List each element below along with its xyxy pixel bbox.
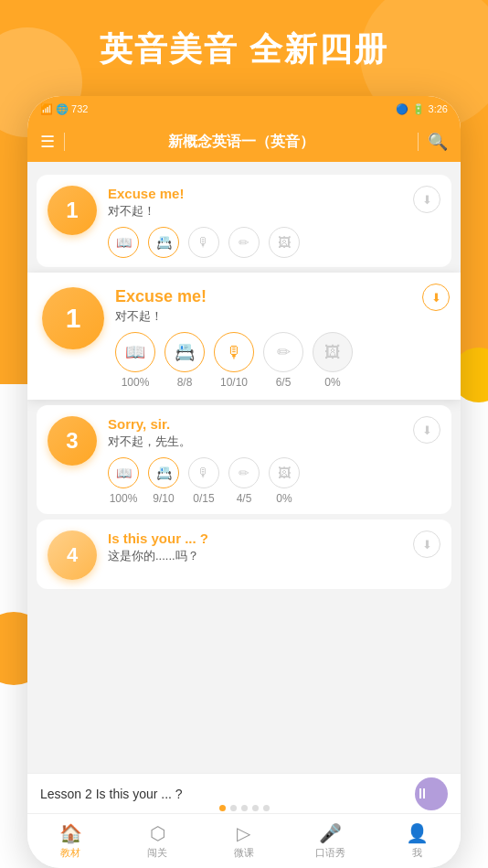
mic-icon-1[interactable]: 🎙	[188, 227, 219, 258]
stat-cards[interactable]: 📇 8/8	[164, 332, 205, 389]
mic-icon-expanded[interactable]: 🎙	[214, 332, 254, 372]
lesson-number-3: 3	[48, 416, 97, 466]
dots-indicator	[0, 805, 488, 811]
header-text: 英音美音 全新四册	[0, 27, 488, 72]
stat-read-val: 100%	[122, 376, 150, 389]
tab-item-challenge[interactable]: ⬡ 闯关	[114, 822, 201, 860]
lesson-title-zh-3: 对不起，先生。	[108, 434, 440, 450]
stats-row-3: 📖 100% 📇 9/10 🎙 0/15 ✏ 4/5	[108, 457, 440, 505]
stat-write-3[interactable]: ✏ 4/5	[228, 457, 260, 505]
me-icon: 👤	[406, 822, 429, 844]
tab-bar: 🏠 教材 ⬡ 闯关 ▷ 微课 🎤 口语秀 👤 我	[27, 813, 461, 868]
write-icon-expanded[interactable]: ✏	[263, 332, 303, 372]
lesson-card-4[interactable]: 4 Is this your ... ? 这是你的......吗？ ⬇	[37, 520, 451, 589]
stat-mic-3[interactable]: 🎙 0/15	[188, 457, 219, 505]
dot-5	[263, 805, 270, 811]
phone-frame: 📶 🌐 732 🔵 🔋 3:26 ☰ 新概念英语一（英音） 🔍 1 Excuse…	[27, 96, 461, 868]
battery-icon: 🔋	[412, 103, 425, 115]
stats-row-1: 📖 100% 📇 8/8 🎙 10/10 ✏ 6/5	[115, 332, 446, 389]
stat-write-val-3: 4/5	[237, 492, 252, 505]
search-icon[interactable]: 🔍	[428, 132, 448, 152]
stat-image[interactable]: 🖼 0%	[313, 332, 353, 389]
pause-icon: ⏸	[415, 786, 448, 802]
lesson-card-1-collapsed[interactable]: 1 Excuse me! 对不起！ 📖 📇 🎙 ✏ 🖼 ⬇	[37, 175, 451, 267]
download-btn-3[interactable]: ⬇	[413, 416, 440, 444]
stat-image-3[interactable]: 🖼 0%	[269, 457, 300, 505]
image-icon-1[interactable]: 🖼	[269, 227, 300, 258]
lesson-info-3: Sorry, sir. 对不起，先生。 📖 100% 📇 9/10 🎙 0/15	[108, 416, 440, 505]
image-icon-expanded[interactable]: 🖼	[313, 332, 353, 372]
dot-3	[241, 805, 248, 811]
write-icon-3[interactable]: ✏	[228, 457, 260, 488]
dot-1	[219, 805, 226, 811]
tab-item-textbook[interactable]: 🏠 教材	[27, 822, 114, 860]
lesson-info-4: Is this your ... ? 这是你的......吗？	[108, 530, 440, 572]
tab-item-me[interactable]: 👤 我	[374, 822, 461, 860]
stat-cards-val-3: 9/10	[153, 492, 174, 505]
status-right: 🔵 🔋 3:26	[396, 103, 448, 115]
lesson-title-zh-1-expanded: 对不起！	[115, 308, 446, 325]
microlesson-icon: ▷	[237, 822, 250, 844]
tab-label-speaking: 口语秀	[315, 846, 345, 860]
tab-label-me: 我	[412, 846, 422, 860]
tab-label-microlesson: 微课	[234, 846, 254, 860]
textbook-icon: 🏠	[59, 822, 82, 844]
download-btn-1-expanded[interactable]: ⬇	[422, 284, 450, 311]
stat-write-val: 6/5	[276, 376, 292, 389]
read-icon-1[interactable]: 📖	[108, 227, 139, 258]
bluetooth-icon: 🔵	[396, 103, 408, 115]
stat-image-val: 0%	[324, 376, 340, 389]
cards-icon-3[interactable]: 📇	[148, 457, 179, 488]
lesson-card-3[interactable]: 3 Sorry, sir. 对不起，先生。 📖 100% 📇 9/10 🎙	[37, 405, 451, 514]
lesson-title-zh-4: 这是你的......吗？	[108, 548, 440, 564]
stat-cards-val: 8/8	[177, 376, 193, 389]
download-btn-4[interactable]: ⬇	[413, 530, 440, 558]
nav-bar: ☰ 新概念英语一（英音） 🔍	[27, 122, 461, 162]
tab-item-speaking[interactable]: 🎤 口语秀	[287, 822, 374, 860]
lesson-info-1-expanded: Excuse me! 对不起！ 📖 100% 📇 8/8 🎙 10/10	[115, 287, 446, 389]
lesson-list: 1 Excuse me! 对不起！ 📖 📇 🎙 ✏ 🖼 ⬇ 1	[27, 162, 461, 813]
dot-2	[230, 805, 237, 811]
menu-icon[interactable]: ☰	[40, 132, 55, 152]
lesson-actions-1: 📖 📇 🎙 ✏ 🖼	[108, 227, 440, 258]
image-icon-3[interactable]: 🖼	[269, 457, 300, 488]
read-icon-3[interactable]: 📖	[108, 457, 139, 488]
lesson-number-1: 1	[48, 186, 97, 235]
stat-mic[interactable]: 🎙 10/10	[214, 332, 254, 389]
nav-divider-right	[418, 133, 419, 151]
lesson-number-1-expanded: 1	[42, 287, 104, 349]
download-btn-1[interactable]: ⬇	[413, 186, 440, 213]
write-icon-1[interactable]: ✏	[228, 227, 260, 258]
stat-write[interactable]: ✏ 6/5	[263, 332, 303, 389]
lesson-info-1: Excuse me! 对不起！ 📖 📇 🎙 ✏ 🖼	[108, 186, 440, 258]
mic-icon-3[interactable]: 🎙	[188, 457, 219, 488]
status-left: 📶 🌐 732	[40, 103, 88, 115]
dot-4	[252, 805, 259, 811]
cards-icon-expanded[interactable]: 📇	[164, 332, 205, 372]
tab-label-textbook: 教材	[60, 846, 80, 860]
stat-mic-val: 10/10	[220, 376, 248, 389]
tab-label-challenge: 闯关	[147, 846, 167, 860]
lesson-title-en-1: Excuse me!	[108, 186, 440, 201]
tab-item-microlesson[interactable]: ▷ 微课	[201, 822, 288, 860]
lesson-number-4: 4	[48, 530, 97, 580]
stat-image-val-3: 0%	[276, 492, 292, 505]
lesson-title-en-1-expanded: Excuse me!	[115, 287, 446, 306]
stat-read[interactable]: 📖 100%	[115, 332, 155, 389]
read-icon-expanded[interactable]: 📖	[115, 332, 155, 372]
stat-read-val-3: 100%	[110, 492, 138, 505]
speaking-icon: 🎤	[319, 822, 342, 844]
lesson-title-en-4: Is this your ... ?	[108, 530, 440, 546]
stat-mic-val-3: 0/15	[193, 492, 214, 505]
stat-cards-3[interactable]: 📇 9/10	[148, 457, 179, 505]
floating-lesson-text: Lesson 2 Is this your ... ?	[40, 787, 415, 801]
stat-read-3[interactable]: 📖 100%	[108, 457, 139, 505]
challenge-icon: ⬡	[150, 822, 165, 844]
cards-icon-1[interactable]: 📇	[148, 227, 179, 258]
status-bar: 📶 🌐 732 🔵 🔋 3:26	[27, 96, 461, 122]
lesson-title-en-3: Sorry, sir.	[108, 416, 440, 432]
lesson-card-1-expanded[interactable]: 1 Excuse me! 对不起！ 📖 100% 📇 8/8 🎙	[27, 273, 461, 400]
status-icons-left: 📶 🌐 732	[40, 103, 88, 115]
nav-divider	[64, 133, 65, 151]
header-title: 英音美音 全新四册	[18, 27, 470, 72]
